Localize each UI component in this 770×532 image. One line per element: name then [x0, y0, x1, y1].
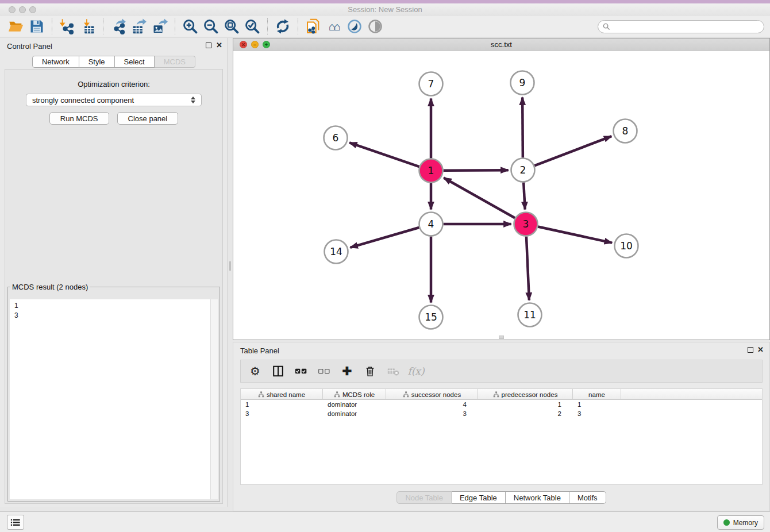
graph-node-9[interactable]: 9	[511, 71, 534, 95]
open-folder-icon[interactable]	[6, 17, 26, 36]
toolbar-separator	[103, 18, 103, 34]
home-icon[interactable]: ⌂⌂	[324, 17, 344, 36]
graph-node-14[interactable]: 14	[325, 240, 348, 264]
graph-node-11[interactable]: 11	[518, 303, 542, 327]
column-header-label: name	[588, 391, 605, 398]
control-tab-style[interactable]: Style	[79, 56, 115, 68]
delete-rows-icon[interactable]	[361, 363, 379, 380]
select-stepper-icon	[191, 97, 195, 103]
panel-splitter-handle[interactable]	[229, 261, 231, 271]
table-row[interactable]: 1dominator411	[241, 400, 762, 409]
optimization-criterion-select[interactable]: strongly connected component	[26, 94, 202, 106]
graph-edge-4-14[interactable]	[350, 228, 419, 248]
export-image-icon[interactable]	[149, 17, 170, 36]
refresh-layout-icon[interactable]	[272, 17, 293, 36]
close-panel-button[interactable]: Close panel	[117, 112, 179, 125]
column-header-label: predecessor nodes	[502, 391, 558, 398]
style-brush-icon[interactable]	[344, 17, 365, 36]
table-cell[interactable]: 2	[478, 410, 573, 417]
control-tab-mcds[interactable]: MCDS	[155, 56, 195, 68]
optimization-criterion-value: strongly connected component	[32, 96, 134, 105]
close-panel-icon[interactable]: ✕	[216, 41, 222, 49]
column-header-MCDS-role[interactable]: MCDS role	[323, 389, 386, 400]
table-tab-network-table[interactable]: Network Table	[506, 491, 569, 504]
split-columns-icon[interactable]	[270, 363, 287, 380]
mcds-tab-content: Optimization criterion: strongly connect…	[5, 69, 223, 504]
table-cell[interactable]: 3	[241, 410, 323, 417]
graph-node-7[interactable]: 7	[419, 72, 443, 96]
table-cell[interactable]: 1	[573, 401, 621, 408]
float-panel-icon[interactable]	[206, 43, 211, 48]
graph-node-6[interactable]: 6	[324, 126, 348, 150]
optimization-criterion-label: Optimization criterion:	[5, 80, 222, 88]
graph-edge-2-8[interactable]	[534, 136, 611, 165]
export-network-icon[interactable]	[108, 17, 129, 36]
graph-edge-1-2[interactable]	[443, 170, 508, 171]
table-tab-node-table[interactable]: Node Table	[396, 491, 452, 504]
function-fx-icon: f(x)	[407, 363, 425, 380]
zoom-fit-icon[interactable]	[221, 17, 242, 36]
graph-edge-2-3[interactable]	[523, 182, 525, 209]
search-input[interactable]	[613, 22, 759, 31]
graph-node-8[interactable]: 8	[614, 119, 637, 143]
save-session-icon[interactable]	[26, 17, 47, 36]
column-header-predecessor-nodes[interactable]: predecessor nodes	[478, 389, 573, 400]
column-header-name[interactable]: name	[573, 389, 621, 400]
table-cell[interactable]: 4	[386, 401, 478, 408]
column-header-successor-nodes[interactable]: successor nodes	[386, 389, 478, 400]
search-box[interactable]	[598, 20, 764, 33]
zoom-out-icon[interactable]	[201, 17, 221, 36]
table-cell[interactable]: 3	[386, 410, 478, 417]
graph-edge-3-1[interactable]	[444, 178, 515, 218]
close-panel-icon[interactable]: ✕	[757, 345, 764, 354]
deselect-all-icon[interactable]	[315, 363, 333, 380]
table-cell[interactable]: dominator	[323, 410, 386, 417]
zoom-in-icon[interactable]	[180, 17, 201, 36]
select-all-checked-icon[interactable]	[292, 363, 310, 380]
table-cell[interactable]: 1	[241, 401, 323, 408]
run-mcds-button[interactable]: Run MCDS	[49, 112, 109, 125]
table-row[interactable]: 3dominator323	[241, 409, 762, 418]
graph-node-10[interactable]: 10	[615, 234, 638, 258]
import-table-icon[interactable]	[78, 17, 98, 36]
canvas-resize-handle[interactable]	[499, 336, 504, 339]
table-cell[interactable]: dominator	[323, 401, 386, 408]
zoom-selected-icon[interactable]	[242, 17, 263, 36]
mcds-result-list[interactable]: 1 3	[10, 299, 218, 499]
graph-node-15[interactable]: 15	[419, 306, 443, 329]
export-table-icon[interactable]	[129, 17, 149, 36]
table-panel-header: Table Panel ✕	[233, 342, 769, 358]
table-cell[interactable]: 1	[478, 401, 573, 408]
graph-node-label: 1	[428, 165, 434, 176]
graph-node-3[interactable]: 3	[514, 213, 538, 236]
import-network-icon[interactable]	[57, 17, 78, 36]
graph-edge-1-6[interactable]	[349, 142, 419, 167]
graph-edge-3-11[interactable]	[526, 236, 529, 300]
graph-edge-3-10[interactable]	[538, 227, 612, 243]
gear-icon[interactable]: ⚙	[247, 363, 264, 380]
table-tab-edge-table[interactable]: Edge Table	[452, 491, 506, 504]
table-panel-title: Table Panel	[240, 346, 279, 355]
mcds-result-scrollbar[interactable]	[210, 299, 218, 499]
table-cell[interactable]: 3	[573, 410, 621, 417]
task-history-button[interactable]	[7, 515, 24, 530]
column-header-shared-name[interactable]: shared name	[241, 389, 323, 400]
hide-eye-icon[interactable]	[365, 17, 386, 36]
column-header-label: MCDS role	[342, 391, 375, 398]
network-from-file-icon[interactable]	[303, 17, 324, 36]
toolbar-separator	[52, 18, 52, 34]
control-tab-network[interactable]: Network	[32, 56, 79, 68]
status-bar: Memory	[0, 511, 770, 532]
memory-button[interactable]: Memory	[717, 515, 764, 530]
graph-node-2[interactable]: 2	[511, 159, 535, 182]
network-window-titlebar[interactable]: ✕ − + scc.txt	[233, 38, 769, 51]
add-column-icon[interactable]: ✚	[338, 363, 356, 380]
float-panel-icon[interactable]	[748, 347, 753, 353]
table-tab-motifs[interactable]: Motifs	[569, 491, 606, 504]
control-tab-select[interactable]: Select	[115, 56, 155, 68]
graph-node-4[interactable]: 4	[419, 213, 443, 236]
network-canvas[interactable]: 7968124314101511	[233, 51, 769, 340]
graph-node-1[interactable]: 1	[419, 159, 443, 183]
graph-edge-2-9[interactable]	[522, 97, 523, 157]
tree-hierarchy-icon	[334, 391, 340, 398]
